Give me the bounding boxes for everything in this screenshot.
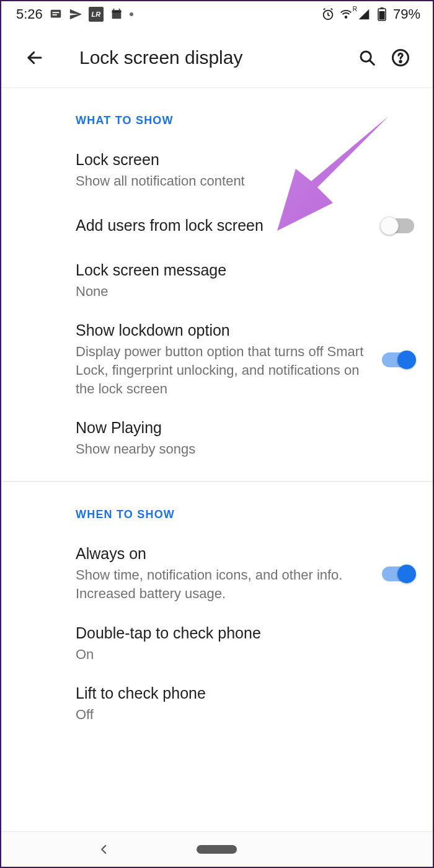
item-title: Always on [76,545,370,563]
item-show-lockdown[interactable]: Show lockdown option Display power butto… [1,316,433,414]
back-button[interactable] [21,44,48,71]
item-sub: None [76,282,402,301]
wifi-icon: R [339,7,353,21]
battery-icon [375,7,389,21]
item-sub: Show nearby songs [76,440,402,459]
svg-point-16 [400,61,402,63]
chevron-left-icon [99,844,110,855]
search-button[interactable] [353,44,381,71]
svg-rect-10 [379,11,384,20]
signal-icon [357,7,371,21]
battery-percent: 79% [393,6,420,22]
app-chip-icon: LR [89,7,104,22]
status-bar: 5:26 LR R [1,1,433,27]
item-title: Lock screen [76,151,402,169]
section-header: WHEN TO SHOW [1,482,433,540]
svg-rect-2 [52,14,56,16]
section-header: WHAT TO SHOW [1,88,433,146]
svg-rect-11 [380,7,383,9]
app-bar: Lock screen display [1,27,433,88]
arrow-left-icon [25,48,44,67]
svg-rect-1 [52,12,59,13]
item-title: Lock screen message [76,261,402,279]
search-icon [358,48,376,67]
item-sub: Off [76,705,402,724]
calendar-icon [110,7,123,21]
message-icon [49,7,63,21]
item-add-users[interactable]: Add users from lock screen [1,207,433,256]
item-sub: Show time, notification icons, and other… [76,566,370,602]
send-icon [69,7,82,21]
nav-home-pill[interactable] [197,845,237,854]
svg-rect-6 [118,9,120,12]
item-sub: Display power button option that turns o… [76,342,370,398]
toggle-always-on[interactable] [382,566,414,581]
toggle-add-users[interactable] [382,218,414,233]
item-title: Add users from lock screen [76,217,370,235]
item-lock-screen-message[interactable]: Lock screen message None [1,256,433,317]
item-always-on[interactable]: Always on Show time, notification icons,… [1,540,433,619]
item-lock-screen[interactable]: Lock screen Show all notification conten… [1,146,433,207]
alarm-icon [321,7,335,21]
item-sub: Show all notification content [76,172,402,190]
item-lift-to-check[interactable]: Lift to check phone Off [1,679,433,740]
help-button[interactable] [387,44,414,71]
item-title: Show lockdown option [76,321,370,339]
overflow-dot-icon [130,12,133,16]
svg-point-8 [345,16,347,18]
help-icon [391,48,410,67]
item-sub: On [76,645,402,664]
nav-bar [1,831,433,867]
svg-line-14 [370,60,374,65]
toggle-show-lockdown[interactable] [382,352,414,367]
item-now-playing[interactable]: Now Playing Show nearby songs [1,414,433,475]
item-title: Now Playing [76,419,402,437]
svg-rect-5 [113,9,114,12]
svg-rect-0 [51,10,61,18]
page-title: Lock screen display [79,47,347,68]
nav-back-button[interactable] [91,836,118,863]
item-title: Lift to check phone [76,684,402,702]
status-time: 5:26 [16,6,43,22]
item-title: Double-tap to check phone [76,624,402,642]
settings-content: WHAT TO SHOW Lock screen Show all notifi… [1,88,433,831]
item-double-tap[interactable]: Double-tap to check phone On [1,619,433,680]
